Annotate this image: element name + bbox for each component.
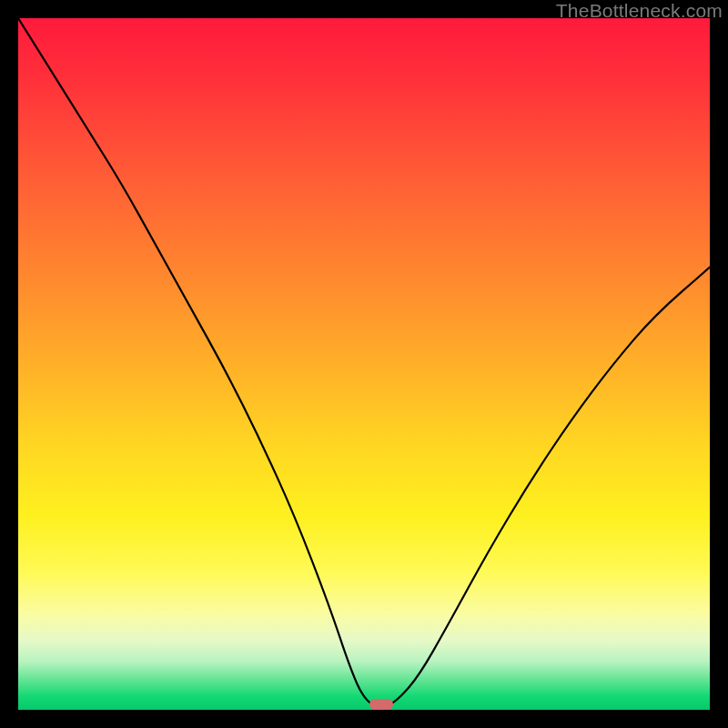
bottleneck-curve — [18, 18, 710, 710]
outer-frame: TheBottleneck.com — [0, 0, 728, 728]
watermark-text: TheBottleneck.com — [556, 0, 723, 22]
curve-path — [18, 18, 710, 707]
optimal-marker — [369, 699, 393, 710]
